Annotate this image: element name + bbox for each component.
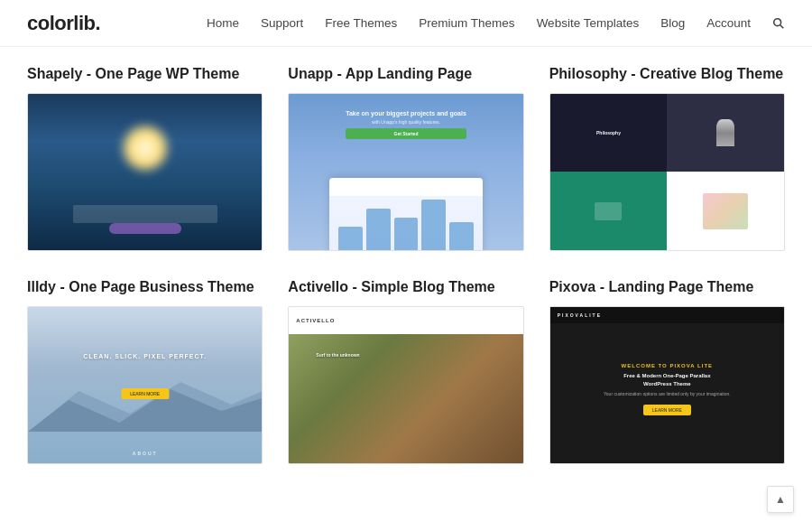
shapely-cta-bar <box>109 223 181 234</box>
activello-header: ACTIVELLO <box>289 307 522 334</box>
theme-image-shapely[interactable] <box>27 93 263 251</box>
phil-lamp-icon <box>716 119 734 146</box>
phil-flowers-section <box>667 172 784 250</box>
pixova-welcome-text: WELCOME TO PIXOVA LITE <box>622 363 714 368</box>
activello-logo-text: ACTIVELLO <box>296 318 335 323</box>
pixova-subtitle: Free & Modern One-Page ParallaxWordPress… <box>623 372 710 387</box>
phil-flowers-image <box>703 193 748 229</box>
dash-bar-5 <box>449 222 474 251</box>
svg-line-1 <box>780 24 784 28</box>
nav-blog[interactable]: Blog <box>660 16 685 30</box>
theme-title-shapely: Shapely - One Page WP Theme <box>27 65 263 84</box>
theme-card-activello: Activello - Simple Blog Theme ACTIVELLO … <box>288 278 523 464</box>
theme-title-philosophy: Philosophy - Creative Blog Theme <box>549 65 785 84</box>
main-nav: Home Support Free Themes Premium Themes … <box>207 16 785 30</box>
theme-image-activello[interactable]: ACTIVELLO Surf to the unknown <box>288 306 523 464</box>
unapp-dashboard-preview <box>329 178 483 251</box>
site-logo[interactable]: colorlib. <box>27 12 100 35</box>
search-icon[interactable] <box>772 17 785 30</box>
phil-header <box>550 94 668 172</box>
phil-teal-section <box>550 172 668 250</box>
illdy-about-label: ABOUT <box>133 451 158 456</box>
dash-bar-3 <box>394 218 419 251</box>
theme-card-illdy: Illdy - One Page Business Theme CLEAN. S… <box>27 278 263 464</box>
theme-title-activello: Activello - Simple Blog Theme <box>288 278 523 297</box>
unapp-dash-bars <box>329 196 483 251</box>
dash-bar-1 <box>338 227 363 251</box>
theme-card-pixova: Pixova - Landing Page Theme PIXOVALITE W… <box>549 278 785 464</box>
pixova-nav-bar: PIXOVALITE <box>550 307 784 323</box>
pixova-description: Your customization options are limited o… <box>604 391 731 397</box>
themes-grid: Shapely - One Page WP Theme Unapp - App … <box>27 65 785 464</box>
theme-image-unapp[interactable]: Take on your biggest projects and goals … <box>288 93 523 251</box>
theme-image-illdy[interactable]: CLEAN. SLICK. PIXEL PERFECT. LEARN MORE … <box>27 306 263 464</box>
nav-home[interactable]: Home <box>207 16 239 30</box>
theme-title-pixova: Pixova - Landing Page Theme <box>549 278 785 297</box>
theme-card-philosophy: Philosophy - Creative Blog Theme <box>549 65 785 251</box>
pixova-logo-text: PIXOVALITE <box>558 312 602 318</box>
nav-premium-themes[interactable]: Premium Themes <box>419 16 514 30</box>
scroll-to-top-button[interactable]: ▲ <box>767 486 794 513</box>
pixova-cta-btn: LEARN MORE <box>643 405 691 415</box>
dash-bar-2 <box>366 209 391 251</box>
illdy-cta-btn: LEARN MORE <box>121 388 169 399</box>
phil-lamp-section <box>667 94 784 172</box>
illdy-mountains-svg <box>28 373 262 432</box>
illdy-headline: CLEAN. SLICK. PIXEL PERFECT. <box>83 353 207 359</box>
theme-card-unapp: Unapp - App Landing Page Take on your bi… <box>288 65 523 251</box>
nav-free-themes[interactable]: Free Themes <box>325 16 397 30</box>
unapp-headline: Take on your biggest projects and goals … <box>346 110 466 139</box>
dash-bar-4 <box>421 200 446 251</box>
nav-support[interactable]: Support <box>261 16 303 30</box>
theme-title-unapp: Unapp - App Landing Page <box>288 65 523 84</box>
theme-image-philosophy[interactable] <box>549 93 785 251</box>
nav-account[interactable]: Account <box>706 16 751 30</box>
nav-website-templates[interactable]: Website Templates <box>537 16 640 30</box>
theme-image-pixova[interactable]: PIXOVALITE WELCOME TO PIXOVA LITE Free &… <box>549 306 785 464</box>
unapp-subtext: with Unapp's high quality features. <box>346 119 466 125</box>
main-content: Shapely - One Page WP Theme Unapp - App … <box>0 47 812 491</box>
theme-title-illdy: Illdy - One Page Business Theme <box>27 278 263 297</box>
svg-point-0 <box>774 18 781 25</box>
unapp-cta-btn: Get Started <box>346 128 466 139</box>
theme-card-shapely: Shapely - One Page WP Theme <box>27 65 263 251</box>
activello-overlay-text: Surf to the unknown <box>316 352 359 358</box>
site-header: colorlib. Home Support Free Themes Premi… <box>0 0 812 47</box>
